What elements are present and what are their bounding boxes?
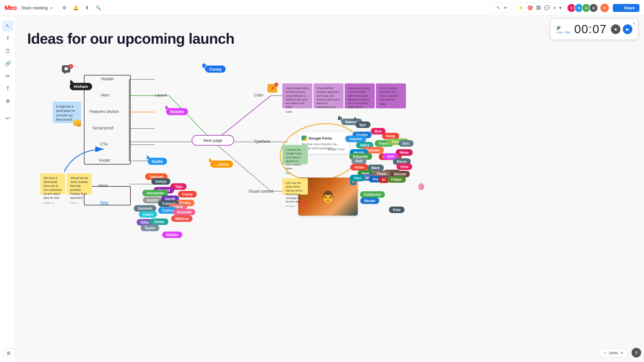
board-title: Ideas for our upcoming launch <box>27 30 234 47</box>
topbar-tools: ⚙ 🔔 ⬆ 🔍 <box>61 5 101 11</box>
timer-info: 🔊 +1m +5m <box>556 25 570 34</box>
user-avatar[interactable]: U <box>600 3 609 13</box>
canvas[interactable]: Ideas for our upcoming launch Header Her… <box>16 16 644 362</box>
topbar-right: ↖ ✏ ⚡ 🎯 🖼 💬 ≡ ▾ S N A 12 U 👤 Share <box>493 3 639 13</box>
zoom-out-button[interactable]: − <box>603 350 607 356</box>
timer-display: 00:07 <box>574 22 607 36</box>
sticky-note-tool[interactable]: 🗒 <box>2 45 14 57</box>
zoom-controls: − 100% + <box>600 349 627 357</box>
pencil-tool[interactable]: ✏ <box>2 70 14 82</box>
user-chip-melissa: Melissa <box>171 215 192 222</box>
share-button[interactable]: 👤 Share <box>613 4 639 12</box>
timer-sound-icon[interactable]: 🔊 <box>556 25 562 30</box>
comment-badge[interactable]: 💬 3 <box>62 65 72 75</box>
star-icon[interactable]: ★ <box>50 6 53 10</box>
user-chip-hima: Hima <box>396 149 413 156</box>
user-chip-hisham: Hisham <box>70 83 92 90</box>
user-chip-natalie-bottom: Natalie <box>162 231 182 238</box>
cursor-icon[interactable]: ↖ <box>495 4 501 12</box>
timer-minus1[interactable]: +1m <box>556 31 562 34</box>
user-chip-jonas: Jonas <box>150 218 168 225</box>
screen-icon[interactable]: 🖼 <box>535 4 542 12</box>
typeface-label: Typeface <box>254 139 270 144</box>
user-chip-natalie: Natalie <box>166 108 188 115</box>
user-chip-sadie: Sadie <box>148 158 167 165</box>
center-node[interactable]: New page <box>192 135 234 146</box>
sticky-reviews[interactable]: Should we put some reviews from the prev… <box>67 173 92 194</box>
timer-play-button[interactable]: ▶ <box>623 24 632 34</box>
timer-icon[interactable]: 🎯 <box>526 4 534 12</box>
user-chip-sonya: Sonya <box>151 178 170 185</box>
pen-tool[interactable]: 🔗 <box>2 58 14 69</box>
user-chip-nicole: Nicole <box>360 197 379 204</box>
chat-icon[interactable]: 💬 <box>543 4 551 12</box>
user-chip-irina: Irina <box>397 163 412 170</box>
miro-logo: Miro <box>5 4 16 12</box>
lightning-icon[interactable]: ⚡ <box>517 4 525 12</box>
menu-icon[interactable]: ≡ <box>552 4 557 12</box>
select-tool[interactable]: ↖ <box>2 20 14 32</box>
cursor-arrow-mid <box>339 116 344 123</box>
share-icon[interactable]: ⬆ <box>84 5 90 11</box>
user-chip-ralf: Ralf <box>351 158 367 164</box>
timer-close-button[interactable]: × <box>633 21 635 26</box>
timer-stop-button[interactable]: ■ <box>611 24 620 34</box>
mode-panel: ↖ ✏ <box>493 3 511 13</box>
user-chip-casey-top: Casey <box>205 66 226 73</box>
sticky-notion[interactable]: Let's try Notion approach and focus on p… <box>376 83 406 108</box>
tone-link[interactable]: Tone <box>100 200 108 205</box>
svg-marker-17 <box>202 64 206 69</box>
hundred-badge: 💯 <box>300 200 308 208</box>
user-chip-pete: Pete <box>389 207 404 213</box>
sticky-asana[interactable]: Asana uses really cool colors but their … <box>345 83 375 108</box>
user-chip-casey-bottom: Casey <box>178 191 197 197</box>
chevron-down-icon[interactable]: ▾ <box>558 4 563 12</box>
social-proof-label: Social proof <box>92 126 113 130</box>
features-label: Features section <box>90 109 119 114</box>
help-button[interactable]: ? <box>632 348 641 357</box>
user-chip-joanne: Joanne <box>345 136 366 142</box>
comment-count: 3 <box>69 64 73 69</box>
timer-plus5[interactable]: +5m <box>564 31 570 34</box>
sticky-icon: 📌 4 <box>268 84 277 92</box>
shape-tool[interactable]: T <box>2 83 14 94</box>
search-icon[interactable]: 🔍 <box>95 5 101 11</box>
undo-tool[interactable]: ↩ <box>2 113 14 124</box>
cursor-arrow-top <box>202 64 207 70</box>
sticky-airtable[interactable]: I like Airtable colors but their primary… <box>282 83 312 108</box>
user-chip-felipe: Felipe <box>387 176 406 183</box>
user-chip-santosh: Santosh <box>134 205 156 212</box>
zoom-in-button[interactable]: + <box>620 350 623 356</box>
left-toolbar: ↖ T 🗒 🔗 ✏ T ⊕ ↩ ❐ <box>0 16 16 362</box>
emoji-fist: 👊 <box>72 119 82 128</box>
user-chip-partial <box>418 183 424 190</box>
tools-panel: ⚡ 🎯 🖼 💬 ≡ ▾ <box>514 3 565 13</box>
sticky-dropbox[interactable]: I'll go with the Dropbox approach and ma… <box>313 83 344 108</box>
text-tool[interactable]: T <box>2 33 14 44</box>
timer-widget: × 🔊 +1m +5m 00:07 ■ ▶ <box>550 19 638 40</box>
notifications-icon[interactable]: 🔔 <box>73 5 79 11</box>
topbar: Miro Team meeting ★ ⚙ 🔔 ⬆ 🔍 ↖ ✏ ⚡ 🎯 🖼 💬 … <box>0 0 644 16</box>
timer-adjust: +1m +5m <box>556 31 570 34</box>
map-toggle[interactable]: ⊞ <box>3 348 14 357</box>
gf-header: Google Fonts <box>302 136 346 141</box>
timer-controls: ■ ▶ <box>611 24 632 34</box>
gf-logo <box>302 136 307 141</box>
user-chip-catherine: Catherine <box>360 191 385 198</box>
avatar-count[interactable]: 12 <box>589 3 598 12</box>
avatar-group: S N A 12 <box>569 3 598 12</box>
sticky-gf-vote[interactable]: I vote for the Google Fonts to be able t… <box>282 145 308 164</box>
svg-marker-18 <box>339 116 343 121</box>
board-title: Team meeting ★ <box>21 5 53 10</box>
sticky-testimonial[interactable]: We have a testimonial from one of our cu… <box>40 173 65 194</box>
voice-label: Voice <box>98 183 108 188</box>
user-chip-arton: Arton <box>350 164 368 171</box>
settings-icon[interactable]: ⚙ <box>61 5 67 11</box>
color-label: Color <box>254 93 263 97</box>
layout-label: Layout <box>155 93 167 97</box>
sticky-photo-shoot[interactable]: Let's use the photo shoot that we did fo… <box>282 178 308 195</box>
frame-tool[interactable]: ⊕ <box>2 95 14 107</box>
draw-icon[interactable]: ✏ <box>503 4 509 12</box>
visual-content-label: Visual content <box>248 189 273 193</box>
share-icon: 👤 <box>617 6 622 10</box>
